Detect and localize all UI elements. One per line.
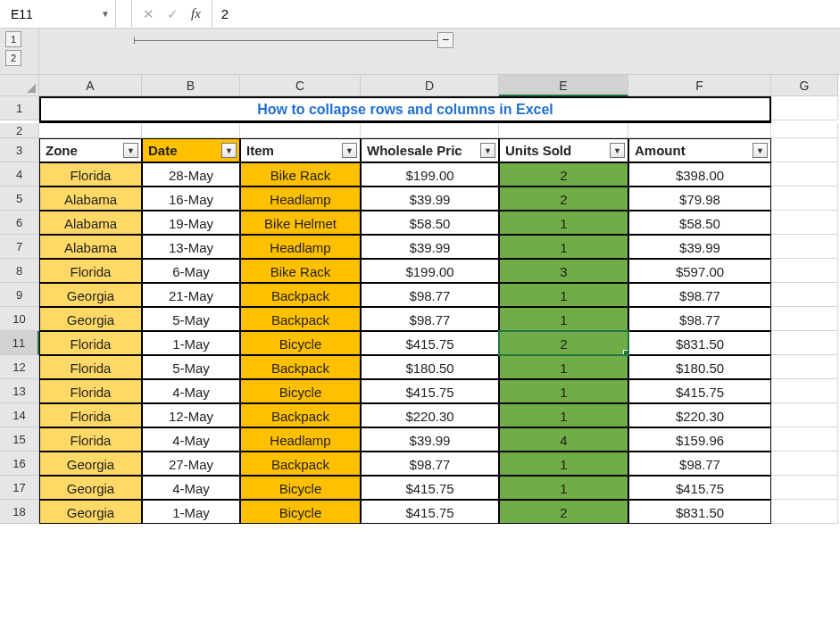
- column-header-C[interactable]: C: [240, 75, 361, 96]
- table-header-zone[interactable]: Zone▼: [39, 138, 142, 162]
- cell-D8[interactable]: $199.00: [361, 259, 499, 283]
- cell-G11[interactable]: [771, 331, 838, 355]
- cell-A8[interactable]: Florida: [39, 259, 142, 283]
- cell-G10[interactable]: [771, 307, 838, 331]
- cell-B4[interactable]: 28-May: [142, 162, 240, 187]
- outline-level-2-button[interactable]: 2: [5, 50, 21, 66]
- cell-G9[interactable]: [771, 283, 838, 307]
- cell-E13[interactable]: 1: [499, 379, 628, 403]
- cell-A10[interactable]: Georgia: [39, 307, 142, 331]
- cell-F15[interactable]: $159.96: [628, 427, 771, 452]
- cell-B14[interactable]: 12-May: [142, 403, 240, 427]
- cell-F5[interactable]: $79.98: [628, 187, 771, 211]
- cell-D14[interactable]: $220.30: [361, 403, 499, 427]
- table-header-item[interactable]: Item▼: [240, 138, 361, 162]
- cell-D11[interactable]: $415.75: [361, 331, 499, 355]
- cell-G18[interactable]: [771, 500, 838, 524]
- cell-B5[interactable]: 16-May: [142, 187, 240, 211]
- column-header-D[interactable]: D: [361, 75, 499, 96]
- cell-D16[interactable]: $98.77: [361, 452, 499, 476]
- cell-G17[interactable]: [771, 476, 838, 500]
- cell-A4[interactable]: Florida: [39, 162, 142, 187]
- row-header-16[interactable]: 16: [0, 452, 39, 476]
- cell-E16[interactable]: 1: [499, 452, 628, 476]
- cell-C11[interactable]: Bicycle: [240, 331, 361, 355]
- table-header-amount[interactable]: Amount▼: [628, 138, 771, 162]
- row-header-9[interactable]: 9: [0, 283, 39, 307]
- cell-D5[interactable]: $39.99: [361, 187, 499, 211]
- cell-A12[interactable]: Florida: [39, 355, 142, 379]
- cell-C15[interactable]: Headlamp: [240, 427, 361, 452]
- enter-icon[interactable]: ✓: [167, 6, 179, 22]
- cell-C9[interactable]: Backpack: [240, 283, 361, 307]
- cell-C13[interactable]: Bicycle: [240, 379, 361, 403]
- cancel-icon[interactable]: ✕: [143, 6, 154, 22]
- cell-F18[interactable]: $831.50: [628, 500, 771, 524]
- cell-E5[interactable]: 2: [499, 187, 628, 211]
- cell-C8[interactable]: Bike Rack: [240, 259, 361, 283]
- outline-level-1-button[interactable]: 1: [5, 31, 21, 47]
- cell-A7[interactable]: Alabama: [39, 235, 142, 259]
- cell-G15[interactable]: [771, 427, 838, 452]
- cell-E15[interactable]: 4: [499, 427, 628, 452]
- cell-D10[interactable]: $98.77: [361, 307, 499, 331]
- cell-A6[interactable]: Alabama: [39, 211, 142, 235]
- cell-D13[interactable]: $415.75: [361, 379, 499, 403]
- cell-A17[interactable]: Georgia: [39, 476, 142, 500]
- cell-G3[interactable]: [771, 138, 838, 162]
- cell-B7[interactable]: 13-May: [142, 235, 240, 259]
- cell-B18[interactable]: 1-May: [142, 500, 240, 524]
- cell-C12[interactable]: Backpack: [240, 355, 361, 379]
- row-header-10[interactable]: 10: [0, 307, 39, 331]
- cell-blank2-6[interactable]: [771, 123, 838, 138]
- cell-B9[interactable]: 21-May: [142, 283, 240, 307]
- cell-D18[interactable]: $415.75: [361, 500, 499, 524]
- column-header-B[interactable]: B: [142, 75, 240, 96]
- row-header-8[interactable]: 8: [0, 259, 39, 283]
- cell-F6[interactable]: $58.50: [628, 211, 771, 235]
- cell-blank2-5[interactable]: [628, 123, 771, 138]
- row-header-18[interactable]: 18: [0, 500, 39, 524]
- cell-C10[interactable]: Backpack: [240, 307, 361, 331]
- cell-blank2-1[interactable]: [142, 123, 240, 138]
- table-header-date[interactable]: Date▼: [142, 138, 240, 162]
- cell-G5[interactable]: [771, 187, 838, 211]
- cell-A14[interactable]: Florida: [39, 403, 142, 427]
- cell-D15[interactable]: $39.99: [361, 427, 499, 452]
- cell-G4[interactable]: [771, 162, 838, 187]
- cell-E6[interactable]: 1: [499, 211, 628, 235]
- row-header-13[interactable]: 13: [0, 379, 39, 403]
- row-header-6[interactable]: 6: [0, 211, 39, 235]
- cell-E11[interactable]: 2: [499, 331, 628, 355]
- cell-blank2-2[interactable]: [240, 123, 361, 138]
- cell-E14[interactable]: 1: [499, 403, 628, 427]
- cell-G7[interactable]: [771, 235, 838, 259]
- name-box[interactable]: [9, 6, 85, 22]
- cell-G13[interactable]: [771, 379, 838, 403]
- cell-B13[interactable]: 4-May: [142, 379, 240, 403]
- cell-D6[interactable]: $58.50: [361, 211, 499, 235]
- row-header-14[interactable]: 14: [0, 403, 39, 427]
- filter-dropdown-icon[interactable]: ▼: [610, 143, 625, 158]
- cell-F9[interactable]: $98.77: [628, 283, 771, 307]
- cell-B17[interactable]: 4-May: [142, 476, 240, 500]
- cell-A16[interactable]: Georgia: [39, 452, 142, 476]
- column-header-A[interactable]: A: [39, 75, 142, 96]
- cell-F17[interactable]: $415.75: [628, 476, 771, 500]
- cell-B11[interactable]: 1-May: [142, 331, 240, 355]
- cell-F13[interactable]: $415.75: [628, 379, 771, 403]
- cell-blank2-3[interactable]: [361, 123, 499, 138]
- filter-dropdown-icon[interactable]: ▼: [123, 143, 138, 158]
- cell-D4[interactable]: $199.00: [361, 162, 499, 187]
- cell-G8[interactable]: [771, 259, 838, 283]
- cell-C5[interactable]: Headlamp: [240, 187, 361, 211]
- row-header-2[interactable]: 2: [0, 123, 39, 138]
- cell-F16[interactable]: $98.77: [628, 452, 771, 476]
- cell-A11[interactable]: Florida: [39, 331, 142, 355]
- column-header-G[interactable]: G: [771, 75, 838, 96]
- cell-B10[interactable]: 5-May: [142, 307, 240, 331]
- cell-B6[interactable]: 19-May: [142, 211, 240, 235]
- cell-A13[interactable]: Florida: [39, 379, 142, 403]
- cell-E10[interactable]: 1: [499, 307, 628, 331]
- cell-C4[interactable]: Bike Rack: [240, 162, 361, 187]
